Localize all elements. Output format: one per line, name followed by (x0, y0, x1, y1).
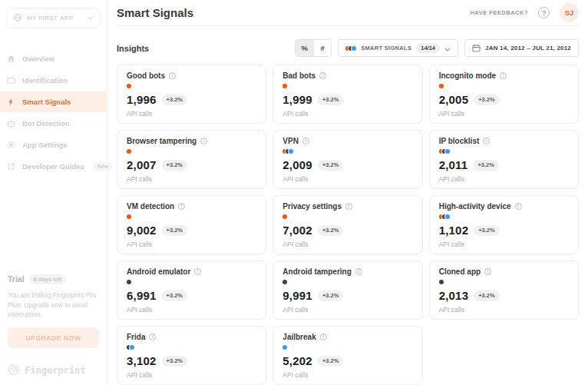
card-title: Privacy settings (282, 202, 342, 211)
ios-platform-dot-icon (352, 46, 356, 51)
chevron-down-icon (88, 15, 94, 22)
signal-card-incognito-mode[interactable]: Incognito modei2,005+3.2%API calls (429, 65, 579, 124)
signal-card-ip-blocklist[interactable]: IP blocklisti2,011+3.2%API calls (429, 130, 579, 189)
upgrade-now-button[interactable]: UPGRADE NOW (8, 327, 99, 348)
card-platform-dots (439, 149, 569, 154)
metric-unit-label: API calls (127, 306, 256, 314)
signal-card-browser-tampering[interactable]: Browser tamperingi2,007+3.2%API calls (117, 130, 266, 189)
smart-signals-filter-dropdown[interactable]: SMART SIGNALS 14/14 (338, 39, 458, 57)
signals-count-badge: 14/14 (416, 43, 440, 53)
change-badge: +3.2% (474, 95, 499, 105)
sidebar-item-bot-detection[interactable]: Bot Detection (0, 113, 107, 134)
info-icon[interactable]: i (194, 268, 201, 275)
date-range-label: JAN 14, 2012 – JUL 21, 2012 (485, 45, 571, 51)
signal-card-vpn[interactable]: VPNi2,009+3.2%API calls (273, 130, 422, 189)
metric-unit-label: API calls (282, 175, 412, 183)
card-platform-dots (282, 280, 412, 284)
signal-card-frida[interactable]: Fridai3,102+3.2%API calls (117, 326, 266, 385)
info-icon[interactable]: i (200, 138, 207, 144)
metric-unit-label: API calls (127, 241, 256, 248)
change-badge: +3.2% (162, 160, 187, 171)
signal-card-jailbreak[interactable]: Jailbreaki5,202+3.2%API calls (273, 326, 422, 385)
bolt-icon (7, 98, 15, 106)
calendar-icon (472, 44, 481, 52)
info-icon[interactable]: i (149, 334, 156, 340)
info-icon[interactable]: i (169, 72, 176, 79)
card-platform-dots (127, 345, 256, 350)
card-title: Jailbreak (282, 333, 315, 341)
info-icon[interactable]: i (484, 268, 491, 275)
signal-card-bad-bots[interactable]: Bad botsi1,999+3.2%API calls (273, 65, 422, 124)
card-title: Frida (127, 333, 145, 341)
info-icon[interactable]: i (319, 72, 326, 79)
metric-value: 2,009 (282, 158, 312, 171)
card-title: Incognito mode (439, 71, 496, 80)
metric-unit-label: API calls (439, 110, 569, 118)
card-platform-dots (439, 280, 569, 284)
signals-dropdown-label: SMART SIGNALS (361, 45, 411, 51)
sidebar-nav: OverviewIdentificationSmart SignalsBot D… (6, 48, 101, 178)
change-badge: +3.2% (473, 160, 498, 171)
card-platform-dots (439, 214, 569, 219)
date-range-picker[interactable]: JAN 14, 2012 – JUL 21, 2012 (464, 39, 579, 57)
trial-days-badge: 8 days left (29, 274, 67, 284)
metric-unit-label: API calls (127, 371, 256, 379)
signal-card-vm-detection[interactable]: VM detectioni9,002+3.2%API calls (117, 195, 266, 254)
signal-card-privacy-settings[interactable]: Privacy settingsi7,002+3.2%API calls (273, 195, 422, 254)
user-avatar[interactable]: SJ (560, 3, 579, 22)
signal-platform-dots (345, 46, 356, 51)
android-platform-dot-icon (127, 280, 131, 284)
info-icon[interactable]: i (302, 138, 309, 144)
sidebar-item-developer-guides[interactable]: Developer GuidesNew (0, 156, 107, 177)
signal-card-good-bots[interactable]: Good botsi1,996+3.2%API calls (117, 65, 266, 124)
sidebar: MY FIRST APP OverviewIdentificationSmart… (0, 0, 107, 385)
info-icon[interactable]: i (500, 72, 507, 79)
external-link-icon (7, 162, 15, 171)
info-icon[interactable]: i (320, 334, 327, 340)
fingerprint-logo-icon (8, 363, 20, 376)
change-badge: +3.2% (162, 225, 187, 236)
info-icon[interactable]: i (483, 138, 490, 144)
signal-card-android-emulator[interactable]: Android emulatori6,991+3.2%API calls (117, 261, 266, 320)
sidebar-item-identification[interactable]: Identification (0, 70, 107, 91)
ios-platform-dot-icon (445, 214, 450, 219)
change-badge: +3.2% (318, 95, 343, 105)
info-icon[interactable]: i (355, 268, 362, 275)
app-selector-dropdown[interactable]: MY FIRST APP (6, 8, 101, 28)
web-platform-dot-icon (127, 214, 131, 219)
metric-value: 2,007 (127, 158, 157, 171)
metric-value: 1,996 (127, 93, 157, 106)
sidebar-item-overview[interactable]: Overview (0, 48, 107, 69)
page-header: Smart Signals HAVE FEEDBACK? ? SJ (117, 0, 579, 26)
sidebar-item-smart-signals[interactable]: Smart Signals (0, 91, 107, 112)
insights-toolbar-row: Insights % # SMART SIGNALS 14/14 (117, 39, 579, 57)
metric-value: 7,002 (282, 224, 312, 237)
metric-value: 9,991 (282, 289, 312, 302)
app-selector-label: MY FIRST APP (27, 15, 73, 22)
card-title: Good bots (127, 71, 165, 80)
info-icon[interactable]: i (178, 203, 185, 210)
change-badge: +3.2% (318, 356, 343, 367)
info-icon[interactable]: i (345, 203, 352, 210)
card-title: Cloned app (439, 267, 481, 276)
change-badge: +3.2% (318, 225, 343, 236)
metric-unit-label: API calls (282, 241, 412, 248)
web-platform-dot-icon (127, 84, 131, 88)
signal-card-high-activity-device[interactable]: High-activity devicei1,102+3.2%API calls (429, 195, 579, 254)
fingerprint-logo: Fingerprint (8, 363, 99, 376)
card-title: Android tampering (282, 267, 351, 276)
change-badge: +3.2% (318, 160, 343, 171)
app-root: MY FIRST APP OverviewIdentificationSmart… (0, 0, 588, 385)
main-content: Smart Signals HAVE FEEDBACK? ? SJ Insigh… (107, 0, 588, 385)
metric-unit-label: API calls (127, 110, 256, 118)
signal-card-android-tampering[interactable]: Android tamperingi9,991+3.2%API calls (273, 261, 422, 320)
metric-unit-label: API calls (282, 306, 412, 314)
signal-card-cloned-app[interactable]: Cloned appi2,013+3.2%API calls (429, 261, 579, 320)
have-feedback-link[interactable]: HAVE FEEDBACK? (470, 9, 528, 16)
count-toggle-button[interactable]: # (313, 40, 331, 56)
android-platform-dot-icon (439, 280, 444, 284)
sidebar-item-app-settings[interactable]: App Settings (0, 134, 107, 155)
percent-toggle-button[interactable]: % (296, 40, 313, 56)
help-icon[interactable]: ? (538, 7, 550, 18)
info-icon[interactable]: i (515, 203, 522, 210)
